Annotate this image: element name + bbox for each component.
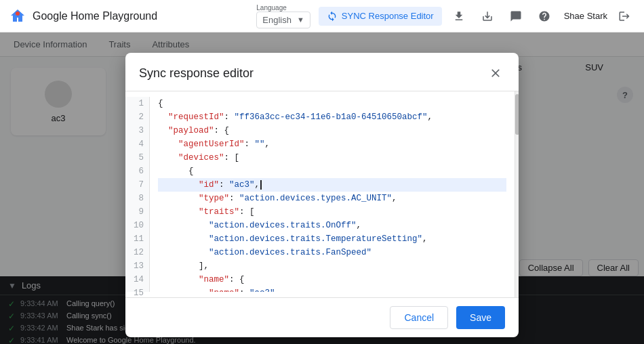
code-line-3: "payload": {: [158, 124, 506, 137]
sync-btn-label: SYNC Response Editor: [342, 11, 434, 21]
chevron-down-icon: ▼: [297, 16, 304, 24]
code-line-1: {: [158, 97, 506, 110]
app-title: Google Home Playground: [33, 10, 157, 22]
main-content: Device Information Traits Attributes Sta…: [0, 33, 644, 344]
svg-point-0: [16, 12, 20, 16]
notifications-icon: [510, 10, 522, 22]
modal-header: Sync response editor: [125, 53, 519, 91]
topbar: Google Home Playground Language English …: [0, 0, 644, 33]
help-icon: [538, 10, 550, 22]
sync-response-editor-modal: Sync response editor 1 2 3 4: [125, 53, 519, 337]
scrollbar-track[interactable]: [515, 91, 519, 297]
code-line-2: "requestId": "ff36a3cc-ec34-11e6-b1a0-64…: [158, 110, 506, 124]
language-value: English: [262, 15, 291, 25]
upload-icon-button[interactable]: [447, 7, 470, 25]
notifications-icon-button[interactable]: [504, 7, 527, 25]
download-icon: [481, 10, 494, 22]
help-icon-button[interactable]: [533, 7, 556, 25]
code-line-13: ],: [158, 259, 506, 273]
code-editor-container: 1 2 3 4 5 6 7 8 9 10 11 12 13: [125, 91, 519, 297]
user-name: Shae Stark: [564, 11, 607, 21]
page-background: Device Information Traits Attributes Sta…: [0, 33, 644, 344]
code-editor[interactable]: 1 2 3 4 5 6 7 8 9 10 11 12 13: [125, 91, 515, 297]
modal-close-button[interactable]: [486, 64, 505, 83]
code-line-15: "name": "ac3",: [158, 286, 506, 292]
code-line-5: "devices": [: [158, 151, 506, 165]
app-logo: Google Home Playground: [8, 7, 157, 26]
language-label: Language: [256, 4, 287, 12]
code-line-9: "traits": [: [158, 205, 506, 219]
close-icon: [489, 66, 502, 80]
code-line-6: {: [158, 165, 506, 178]
code-line-8: "type": "action.devices.types.AC_UNIT",: [158, 192, 506, 205]
sync-response-editor-button[interactable]: SYNC Response Editor: [319, 7, 442, 26]
sync-icon: [327, 11, 338, 22]
code-line-4: "agentUserId": "",: [158, 137, 506, 151]
modal-title: Sync response editor: [139, 66, 254, 81]
cancel-button[interactable]: Cancel: [390, 306, 448, 329]
modal-overlay: Sync response editor 1 2 3 4: [0, 33, 644, 344]
language-dropdown[interactable]: English ▼: [256, 12, 310, 28]
modal-footer: Cancel Save: [125, 297, 519, 337]
upload-icon: [453, 10, 465, 22]
line-numbers: 1 2 3 4 5 6 7 8 9 10 11 12 13: [125, 97, 150, 292]
code-line-14: "name": {: [158, 273, 506, 286]
code-content: { "requestId": "ff36a3cc-ec34-11e6-b1a0-…: [150, 97, 515, 292]
code-line-12: "action.devices.traits.FanSpeed": [158, 246, 506, 259]
logout-icon-button[interactable]: [613, 7, 636, 25]
download-icon-button[interactable]: [476, 7, 499, 25]
google-home-icon: [8, 7, 27, 26]
code-line-7: "id": "ac3",: [158, 178, 506, 192]
scrollbar-thumb[interactable]: [515, 94, 519, 135]
code-line-10: "action.devices.traits.OnOff",: [158, 219, 506, 232]
save-button[interactable]: Save: [456, 306, 505, 329]
code-line-11: "action.devices.traits.TemperatureSettin…: [158, 232, 506, 246]
logout-icon: [618, 10, 630, 22]
